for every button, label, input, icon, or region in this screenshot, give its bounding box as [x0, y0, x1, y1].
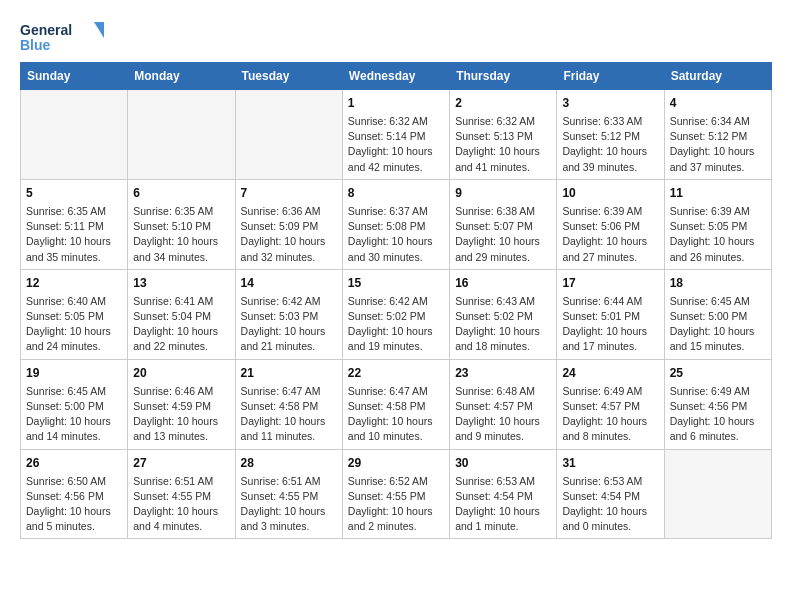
calendar-cell: 31Sunrise: 6:53 AMSunset: 4:54 PMDayligh… — [557, 449, 664, 539]
calendar-cell: 16Sunrise: 6:43 AMSunset: 5:02 PMDayligh… — [450, 269, 557, 359]
weekday-header-tuesday: Tuesday — [235, 63, 342, 90]
calendar-cell: 12Sunrise: 6:40 AMSunset: 5:05 PMDayligh… — [21, 269, 128, 359]
weekday-header-wednesday: Wednesday — [342, 63, 449, 90]
day-number: 11 — [670, 184, 766, 202]
day-info: Sunrise: 6:37 AMSunset: 5:08 PMDaylight:… — [348, 204, 444, 265]
calendar-cell: 4Sunrise: 6:34 AMSunset: 5:12 PMDaylight… — [664, 90, 771, 180]
day-info: Sunrise: 6:47 AMSunset: 4:58 PMDaylight:… — [348, 384, 444, 445]
day-info: Sunrise: 6:45 AMSunset: 5:00 PMDaylight:… — [670, 294, 766, 355]
header: General Blue — [20, 20, 772, 56]
day-number: 24 — [562, 364, 658, 382]
day-info: Sunrise: 6:35 AMSunset: 5:10 PMDaylight:… — [133, 204, 229, 265]
calendar-cell: 15Sunrise: 6:42 AMSunset: 5:02 PMDayligh… — [342, 269, 449, 359]
day-info: Sunrise: 6:32 AMSunset: 5:14 PMDaylight:… — [348, 114, 444, 175]
calendar-cell — [21, 90, 128, 180]
day-number: 9 — [455, 184, 551, 202]
day-number: 27 — [133, 454, 229, 472]
day-number: 21 — [241, 364, 337, 382]
day-number: 6 — [133, 184, 229, 202]
weekday-header-friday: Friday — [557, 63, 664, 90]
calendar-cell: 13Sunrise: 6:41 AMSunset: 5:04 PMDayligh… — [128, 269, 235, 359]
weekday-header-thursday: Thursday — [450, 63, 557, 90]
day-info: Sunrise: 6:44 AMSunset: 5:01 PMDaylight:… — [562, 294, 658, 355]
calendar-cell: 19Sunrise: 6:45 AMSunset: 5:00 PMDayligh… — [21, 359, 128, 449]
day-info: Sunrise: 6:35 AMSunset: 5:11 PMDaylight:… — [26, 204, 122, 265]
day-number: 3 — [562, 94, 658, 112]
day-info: Sunrise: 6:38 AMSunset: 5:07 PMDaylight:… — [455, 204, 551, 265]
day-number: 26 — [26, 454, 122, 472]
day-info: Sunrise: 6:32 AMSunset: 5:13 PMDaylight:… — [455, 114, 551, 175]
day-number: 31 — [562, 454, 658, 472]
day-info: Sunrise: 6:34 AMSunset: 5:12 PMDaylight:… — [670, 114, 766, 175]
calendar-cell: 26Sunrise: 6:50 AMSunset: 4:56 PMDayligh… — [21, 449, 128, 539]
calendar-cell: 18Sunrise: 6:45 AMSunset: 5:00 PMDayligh… — [664, 269, 771, 359]
day-number: 13 — [133, 274, 229, 292]
day-info: Sunrise: 6:48 AMSunset: 4:57 PMDaylight:… — [455, 384, 551, 445]
day-info: Sunrise: 6:49 AMSunset: 4:56 PMDaylight:… — [670, 384, 766, 445]
day-info: Sunrise: 6:53 AMSunset: 4:54 PMDaylight:… — [562, 474, 658, 535]
day-number: 18 — [670, 274, 766, 292]
day-number: 15 — [348, 274, 444, 292]
calendar-cell: 28Sunrise: 6:51 AMSunset: 4:55 PMDayligh… — [235, 449, 342, 539]
day-info: Sunrise: 6:33 AMSunset: 5:12 PMDaylight:… — [562, 114, 658, 175]
calendar-cell: 29Sunrise: 6:52 AMSunset: 4:55 PMDayligh… — [342, 449, 449, 539]
logo: General Blue — [20, 20, 110, 56]
day-number: 30 — [455, 454, 551, 472]
day-number: 22 — [348, 364, 444, 382]
calendar-cell: 30Sunrise: 6:53 AMSunset: 4:54 PMDayligh… — [450, 449, 557, 539]
calendar-cell: 24Sunrise: 6:49 AMSunset: 4:57 PMDayligh… — [557, 359, 664, 449]
day-number: 2 — [455, 94, 551, 112]
weekday-header-sunday: Sunday — [21, 63, 128, 90]
day-number: 19 — [26, 364, 122, 382]
day-number: 16 — [455, 274, 551, 292]
day-info: Sunrise: 6:46 AMSunset: 4:59 PMDaylight:… — [133, 384, 229, 445]
day-number: 1 — [348, 94, 444, 112]
calendar-week-row: 5Sunrise: 6:35 AMSunset: 5:11 PMDaylight… — [21, 179, 772, 269]
calendar-cell: 11Sunrise: 6:39 AMSunset: 5:05 PMDayligh… — [664, 179, 771, 269]
calendar-cell: 25Sunrise: 6:49 AMSunset: 4:56 PMDayligh… — [664, 359, 771, 449]
day-number: 23 — [455, 364, 551, 382]
day-info: Sunrise: 6:51 AMSunset: 4:55 PMDaylight:… — [133, 474, 229, 535]
day-info: Sunrise: 6:42 AMSunset: 5:03 PMDaylight:… — [241, 294, 337, 355]
day-info: Sunrise: 6:41 AMSunset: 5:04 PMDaylight:… — [133, 294, 229, 355]
day-info: Sunrise: 6:45 AMSunset: 5:00 PMDaylight:… — [26, 384, 122, 445]
svg-text:General: General — [20, 22, 72, 38]
calendar-cell: 10Sunrise: 6:39 AMSunset: 5:06 PMDayligh… — [557, 179, 664, 269]
calendar-cell: 8Sunrise: 6:37 AMSunset: 5:08 PMDaylight… — [342, 179, 449, 269]
calendar-cell: 17Sunrise: 6:44 AMSunset: 5:01 PMDayligh… — [557, 269, 664, 359]
calendar-week-row: 19Sunrise: 6:45 AMSunset: 5:00 PMDayligh… — [21, 359, 772, 449]
day-number: 25 — [670, 364, 766, 382]
day-number: 20 — [133, 364, 229, 382]
weekday-header-monday: Monday — [128, 63, 235, 90]
svg-text:Blue: Blue — [20, 37, 51, 53]
calendar-cell — [664, 449, 771, 539]
calendar-cell: 2Sunrise: 6:32 AMSunset: 5:13 PMDaylight… — [450, 90, 557, 180]
day-info: Sunrise: 6:49 AMSunset: 4:57 PMDaylight:… — [562, 384, 658, 445]
day-number: 12 — [26, 274, 122, 292]
calendar-week-row: 12Sunrise: 6:40 AMSunset: 5:05 PMDayligh… — [21, 269, 772, 359]
day-number: 7 — [241, 184, 337, 202]
calendar-cell — [128, 90, 235, 180]
calendar-cell: 14Sunrise: 6:42 AMSunset: 5:03 PMDayligh… — [235, 269, 342, 359]
day-info: Sunrise: 6:42 AMSunset: 5:02 PMDaylight:… — [348, 294, 444, 355]
day-number: 5 — [26, 184, 122, 202]
calendar-cell: 22Sunrise: 6:47 AMSunset: 4:58 PMDayligh… — [342, 359, 449, 449]
calendar-week-row: 1Sunrise: 6:32 AMSunset: 5:14 PMDaylight… — [21, 90, 772, 180]
calendar-cell: 1Sunrise: 6:32 AMSunset: 5:14 PMDaylight… — [342, 90, 449, 180]
calendar-cell: 20Sunrise: 6:46 AMSunset: 4:59 PMDayligh… — [128, 359, 235, 449]
day-info: Sunrise: 6:52 AMSunset: 4:55 PMDaylight:… — [348, 474, 444, 535]
svg-marker-2 — [94, 22, 104, 38]
day-info: Sunrise: 6:51 AMSunset: 4:55 PMDaylight:… — [241, 474, 337, 535]
day-info: Sunrise: 6:36 AMSunset: 5:09 PMDaylight:… — [241, 204, 337, 265]
calendar-cell: 27Sunrise: 6:51 AMSunset: 4:55 PMDayligh… — [128, 449, 235, 539]
calendar-cell: 21Sunrise: 6:47 AMSunset: 4:58 PMDayligh… — [235, 359, 342, 449]
calendar-table: SundayMondayTuesdayWednesdayThursdayFrid… — [20, 62, 772, 539]
calendar-cell: 3Sunrise: 6:33 AMSunset: 5:12 PMDaylight… — [557, 90, 664, 180]
day-info: Sunrise: 6:40 AMSunset: 5:05 PMDaylight:… — [26, 294, 122, 355]
calendar-cell: 5Sunrise: 6:35 AMSunset: 5:11 PMDaylight… — [21, 179, 128, 269]
weekday-header-saturday: Saturday — [664, 63, 771, 90]
day-info: Sunrise: 6:43 AMSunset: 5:02 PMDaylight:… — [455, 294, 551, 355]
calendar-cell: 7Sunrise: 6:36 AMSunset: 5:09 PMDaylight… — [235, 179, 342, 269]
calendar-week-row: 26Sunrise: 6:50 AMSunset: 4:56 PMDayligh… — [21, 449, 772, 539]
day-info: Sunrise: 6:39 AMSunset: 5:05 PMDaylight:… — [670, 204, 766, 265]
